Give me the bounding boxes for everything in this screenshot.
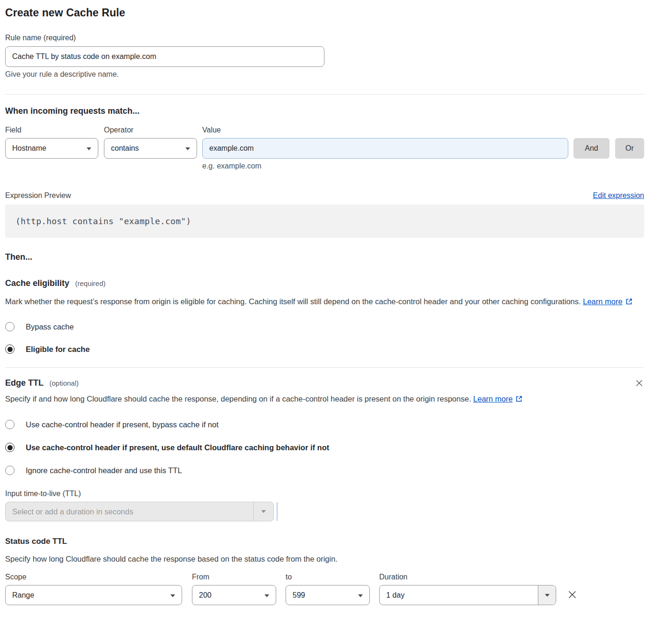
status-code-row-delete-button[interactable]	[566, 589, 578, 600]
close-icon	[635, 381, 643, 388]
field-label: Field	[5, 126, 104, 134]
chevron-down-icon[interactable]	[253, 502, 273, 521]
from-select-value: 200	[199, 591, 212, 600]
match-heading: When incoming requests match...	[5, 106, 644, 116]
chevron-down-icon	[170, 594, 175, 597]
radio-circle-selected[interactable]	[5, 443, 15, 452]
operator-select[interactable]: contains	[104, 138, 197, 159]
rule-name-input[interactable]	[5, 46, 324, 67]
value-input[interactable]	[202, 138, 568, 159]
expression-code-box: (http.host contains "example.com")	[5, 205, 644, 238]
edit-expression-link[interactable]: Edit expression	[593, 191, 644, 200]
chevron-down-icon	[358, 594, 363, 597]
chevron-down-icon	[264, 594, 269, 597]
focus-caret-line	[277, 502, 278, 521]
from-label: From	[192, 573, 276, 581]
ttl-duration-placeholder: Select or add a duration in seconds	[6, 502, 253, 521]
chevron-down-icon[interactable]	[538, 585, 556, 605]
page-title: Create new Cache Rule	[5, 7, 644, 19]
and-button[interactable]: And	[573, 138, 610, 159]
ttl-duration-select[interactable]: Select or add a duration in seconds	[5, 502, 274, 521]
radio-circle[interactable]	[5, 420, 15, 429]
radio-circle[interactable]	[5, 322, 15, 331]
to-select[interactable]: 599	[286, 585, 370, 605]
edge-ttl-heading-row: Edge TTL (optional)	[5, 378, 79, 388]
status-code-ttl-description: Specify how long Cloudflare should cache…	[5, 552, 632, 565]
duration-select[interactable]: 1 day	[379, 585, 556, 605]
to-label: to	[286, 573, 370, 581]
scope-select[interactable]: Range	[5, 585, 182, 605]
duration-label: Duration	[379, 573, 556, 581]
close-icon	[567, 594, 577, 601]
edge-ttl-heading: Edge TTL	[5, 378, 44, 388]
divider	[5, 94, 644, 95]
radio-ignore-header[interactable]: Ignore cache-control header and use this…	[5, 466, 644, 475]
operator-select-value: contains	[111, 144, 139, 153]
rule-name-helper: Give your rule a descriptive name.	[5, 70, 644, 79]
scope-select-value: Range	[12, 591, 34, 600]
radio-circle[interactable]	[5, 466, 15, 475]
ttl-input-label: Input time-to-live (TTL)	[5, 490, 644, 498]
scope-label: Scope	[5, 573, 182, 581]
to-select-value: 599	[293, 591, 305, 600]
expression-code: (http.host contains "example.com")	[15, 216, 191, 226]
status-code-ttl-heading: Status code TTL	[5, 537, 644, 546]
edge-ttl-close-button[interactable]	[634, 378, 644, 388]
field-select-value: Hostname	[12, 144, 46, 153]
cache-eligibility-heading: Cache eligibility	[5, 278, 69, 288]
radio-circle-selected[interactable]	[5, 344, 15, 354]
create-cache-rule-form: Create new Cache Rule Rule name (require…	[0, 0, 661, 615]
or-button[interactable]: Or	[615, 138, 644, 159]
duration-select-value: 1 day	[380, 585, 538, 605]
value-helper: e.g. example.com	[202, 162, 644, 170]
cache-eligibility-heading-row: Cache eligibility (required)	[5, 278, 644, 288]
then-heading: Then...	[5, 252, 644, 262]
external-link-icon	[625, 296, 632, 309]
divider	[5, 367, 644, 368]
expression-preview-label: Expression Preview	[5, 191, 71, 200]
chevron-down-icon	[87, 147, 91, 150]
chevron-down-icon	[185, 147, 190, 150]
field-select[interactable]: Hostname	[5, 138, 98, 159]
from-select[interactable]: 200	[192, 585, 276, 605]
value-label: Value	[202, 126, 221, 134]
edge-ttl-description: Specify if and how long Cloudflare shoul…	[5, 392, 632, 406]
operator-label: Operator	[104, 126, 202, 134]
rule-name-label: Rule name (required)	[5, 34, 644, 42]
radio-bypass-cache[interactable]: Bypass cache	[5, 322, 644, 331]
radio-eligible-for-cache[interactable]: Eligible for cache	[5, 344, 644, 354]
radio-use-header-bypass[interactable]: Use cache-control header if present, byp…	[5, 420, 644, 429]
cache-eligibility-description: Mark whether the request’s response from…	[5, 295, 632, 309]
edge-ttl-learn-more-link[interactable]: Learn more	[473, 395, 513, 403]
edge-ttl-optional: (optional)	[49, 379, 79, 387]
radio-use-header-default[interactable]: Use cache-control header if present, use…	[5, 443, 644, 452]
cache-eligibility-learn-more-link[interactable]: Learn more	[583, 297, 622, 306]
external-link-icon	[515, 393, 522, 406]
cache-eligibility-required: (required)	[75, 279, 106, 287]
